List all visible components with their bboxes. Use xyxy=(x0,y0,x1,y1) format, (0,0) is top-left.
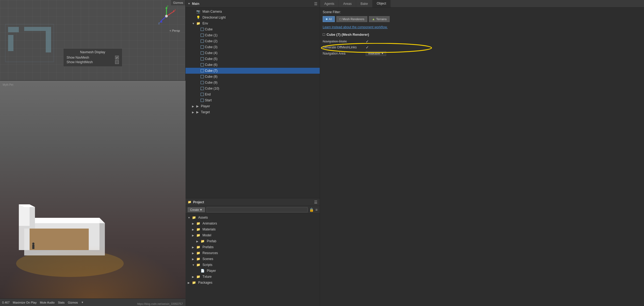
project-label-8: Scripts xyxy=(202,263,212,267)
hierarchy-item-0[interactable]: 📷Main Camera xyxy=(186,9,320,15)
project-header: 📁 Project ☰ xyxy=(186,198,320,206)
project-item-7[interactable]: ▶📁Scenes xyxy=(186,256,320,262)
hierarchy-item-14[interactable]: End xyxy=(186,91,320,97)
hierarchy-item-12[interactable]: Cube (9) xyxy=(186,80,320,86)
hierarchy-item-6[interactable]: Cube (3) xyxy=(186,44,320,50)
project-item-11[interactable]: ▶📁Packages xyxy=(186,280,320,286)
svg-rect-21 xyxy=(19,204,30,226)
project-item-6[interactable]: ▶📁Resources xyxy=(186,250,320,256)
middle-panel: ▼ Main ☰ 📷Main Camera💡Directional Light▼… xyxy=(186,0,320,306)
hierarchy-menu-btn[interactable]: ☰ xyxy=(314,2,318,6)
project-item-2[interactable]: ▶📁Materials xyxy=(186,226,320,232)
project-item-8[interactable]: ▼📁Scripts xyxy=(186,262,320,268)
project-icon-0: 📁 xyxy=(192,216,196,219)
gizmos-label[interactable]: Gizmos xyxy=(173,1,183,4)
hierarchy-item-10[interactable]: Cube (7) xyxy=(186,68,320,74)
project-item-1[interactable]: ▶📁Animators xyxy=(186,220,320,226)
project-menu-btn[interactable]: ☰ xyxy=(314,200,318,204)
filter-all-btn[interactable]: ■ All xyxy=(323,16,335,22)
hierarchy-item-17[interactable]: ▶▶Target xyxy=(186,109,320,115)
project-arrow-7: ▶ xyxy=(192,258,195,261)
hierarchy-item-7[interactable]: Cube (4) xyxy=(186,50,320,56)
gizmos-btn[interactable]: Gizmos xyxy=(68,301,78,304)
hierarchy-item-3[interactable]: Cube xyxy=(186,26,320,32)
show-navmesh-label: Show NavMesh xyxy=(67,56,89,59)
expand-arrow-16: ▶ xyxy=(192,105,195,108)
watermark: Myth Pet xyxy=(3,83,13,86)
create-dropdown-icon: ▼ xyxy=(200,208,202,211)
filter-all-icon: ■ xyxy=(326,17,328,21)
navmesh-show-navmesh-row: Show NavMesh ✓ xyxy=(67,56,119,59)
item-label-14: End xyxy=(205,92,211,96)
project-item-0[interactable]: ▼📁Assets xyxy=(186,215,320,220)
hierarchy-item-9[interactable]: Cube (6) xyxy=(186,62,320,68)
hierarchy-item-2[interactable]: ▼📁Env xyxy=(186,20,320,26)
filter-mesh-btn[interactable]: □ Mesh Renderers xyxy=(336,16,367,22)
item-icon-1: 💡 xyxy=(196,16,200,19)
nav-static-row: Navigation Static ✓ xyxy=(323,39,641,44)
hierarchy-item-4[interactable]: Cube (1) xyxy=(186,32,320,38)
hierarchy-list: 📷Main Camera💡Directional Light▼📁EnvCubeC… xyxy=(186,8,320,198)
bottom-dropdown-icon[interactable]: ▼ xyxy=(81,301,84,304)
item-label-13: Cube (10) xyxy=(205,87,219,90)
nav-static-check[interactable]: ✓ xyxy=(366,39,369,44)
scene-bottom-bg: Myth Pet xyxy=(0,81,186,298)
project-columns-icon[interactable]: ≡ xyxy=(315,208,318,212)
learn-link[interactable]: Learn instead about the component workfl… xyxy=(323,25,641,29)
project-title: Project xyxy=(193,200,204,204)
filter-mesh-label: Mesh Renderers xyxy=(343,17,364,21)
filter-terrains-btn[interactable]: ▲ Terrains xyxy=(369,16,390,22)
top-viewport: Gizmos y x z < Persp xyxy=(0,0,185,81)
tab-object[interactable]: Object xyxy=(372,0,391,7)
project-icon-6: 📁 xyxy=(196,251,200,255)
mute-audio-btn[interactable]: Mute Audio xyxy=(40,301,55,304)
item-label-8: Cube (5) xyxy=(205,57,218,61)
cube-icon-12 xyxy=(201,81,204,84)
generate-offmeshlinks-label: Generate OffMeshLinks xyxy=(323,45,366,49)
nav-area-value-container: Walkable ▼ xyxy=(366,51,641,56)
tab-bake[interactable]: Bake xyxy=(356,0,372,7)
hierarchy-item-1[interactable]: 💡Directional Light xyxy=(186,15,320,20)
item-label-2: Env xyxy=(202,22,208,25)
project-icon-4: 📁 xyxy=(201,239,205,243)
component-header: □ Cube (7) (Mesh Renderer) xyxy=(323,32,641,37)
hierarchy-item-16[interactable]: ▶▶Player xyxy=(186,103,320,109)
inspector-body: Scene Filter: ■ All □ Mesh Renderers ▲ T… xyxy=(320,8,644,306)
hierarchy-item-15[interactable]: Start xyxy=(186,97,320,103)
project-item-5[interactable]: ▶📁Prefabs xyxy=(186,244,320,250)
item-label-9: Cube (6) xyxy=(205,63,218,67)
navmesh-panel: Navmesh Display Show NavMesh ✓ Show Heig… xyxy=(63,48,122,67)
svg-rect-13 xyxy=(24,27,51,31)
stats-btn[interactable]: Stats xyxy=(58,301,65,304)
cube-icon-9 xyxy=(201,63,204,66)
cube-icon-10 xyxy=(201,69,204,72)
tab-areas[interactable]: Areas xyxy=(339,0,356,7)
item-label-11: Cube (8) xyxy=(205,75,218,79)
generate-offmeshlinks-check[interactable]: ✓ xyxy=(366,45,369,49)
show-heightmesh-checkbox[interactable] xyxy=(115,60,119,64)
viewport-value: 0.467 xyxy=(2,301,10,304)
hierarchy-item-8[interactable]: Cube (5) xyxy=(186,56,320,62)
project-item-10[interactable]: ▶📁Txture xyxy=(186,274,320,280)
project-arrow-2: ▶ xyxy=(192,228,195,231)
create-button[interactable]: Create ▼ xyxy=(188,207,205,212)
tab-agents[interactable]: Agents xyxy=(320,0,339,7)
cube-icon-6 xyxy=(201,45,204,49)
hierarchy-item-13[interactable]: Cube (10) xyxy=(186,86,320,91)
filter-terrains-label: Terrains xyxy=(376,17,387,21)
cube-icon-4 xyxy=(201,34,204,37)
hierarchy-item-11[interactable]: Cube (8) xyxy=(186,74,320,80)
show-navmesh-checkbox[interactable]: ✓ xyxy=(115,56,119,59)
project-item-4[interactable]: ▶📁Prefab xyxy=(186,238,320,244)
create-label: Create xyxy=(190,208,199,211)
hierarchy-item-5[interactable]: Cube (2) xyxy=(186,38,320,44)
svg-text:z: z xyxy=(158,22,160,25)
project-search-input[interactable] xyxy=(207,207,308,212)
project-lock-icon[interactable]: 🔒 xyxy=(309,208,314,212)
project-item-3[interactable]: ▶📁Model xyxy=(186,232,320,238)
nav-area-dropdown[interactable]: Walkable ▼ xyxy=(366,51,386,56)
project-item-9[interactable]: 📄Player xyxy=(186,268,320,274)
project-label-9: Player xyxy=(207,269,216,273)
tab-agents-label: Agents xyxy=(324,2,334,6)
maximize-on-play-btn[interactable]: Maximize On Play xyxy=(13,301,37,304)
